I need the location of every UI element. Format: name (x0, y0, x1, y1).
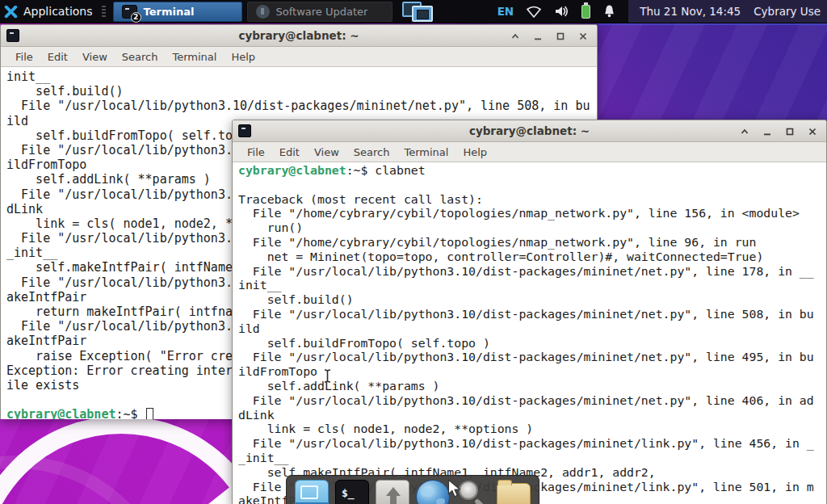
terminal-line: ild (238, 321, 826, 336)
terminal-launcher-icon[interactable]: $_ (335, 480, 369, 504)
close-button[interactable] (807, 126, 818, 137)
wifi-icon[interactable] (526, 4, 542, 19)
terminal-line: File "/home/cybrary/cybil/topologies/nma… (238, 206, 826, 220)
titlebar[interactable]: cybrary@clabnet: ~ (233, 120, 826, 142)
terminal-line: self.build() (238, 292, 826, 307)
battery-icon[interactable] (581, 5, 590, 19)
desktop: Applications 2 Terminal Software Updater… (0, 0, 827, 504)
terminal-line: Traceback (most recent call last): (238, 192, 826, 207)
folder-icon[interactable] (497, 483, 531, 504)
close-icon (808, 127, 817, 136)
user-label[interactable]: Cybrary Use (754, 5, 821, 18)
window-count-badge: 2 (131, 12, 141, 23)
text-ibeam-cursor (322, 368, 333, 387)
dashboard-icon[interactable] (295, 480, 329, 504)
minimize-icon (533, 32, 543, 41)
maximize-button[interactable] (784, 126, 796, 137)
menu-item-help[interactable]: Help (455, 144, 494, 161)
task-button-software-updater[interactable]: Software Updater (247, 2, 393, 22)
menubar: File Edit View Search Terminal Help (233, 142, 826, 162)
terminal-line: net = Mininet(topo=topo, controller=Cont… (238, 250, 826, 264)
clock[interactable]: Thu 21 Nov, 14:45 (640, 5, 741, 18)
terminal-output[interactable]: cybrary@clabnet:~$ clabnetTraceback (mos… (233, 162, 826, 504)
clock-area[interactable]: Thu 21 Nov, 14:45 Cybrary Use (628, 0, 827, 23)
terminal-window-front: cybrary@clabnet: ~ File Edit View Search… (232, 120, 827, 504)
status-tray: EN Thu 21 Nov, 1 (497, 0, 827, 23)
terminal-line: _init__ (238, 451, 826, 465)
maximize-button[interactable] (555, 31, 566, 42)
menu-item-view[interactable]: View (307, 144, 346, 161)
home-folder-icon[interactable] (376, 480, 409, 504)
terminal-line (238, 178, 826, 192)
menu-item-edit[interactable]: Edit (272, 144, 307, 161)
window-title: cybrary@clabnet: ~ (233, 124, 826, 137)
menu-item-view[interactable]: View (75, 48, 115, 65)
terminal-line: self.build() (6, 84, 597, 99)
maximize-icon (556, 32, 565, 41)
shade-icon (740, 127, 749, 136)
menu-item-file[interactable]: File (240, 144, 272, 161)
terminal-line: File "/usr/local/lib/python3.10/dist-pac… (238, 264, 826, 279)
terminal-line: self.buildFromTopo( self.topo ) (238, 336, 826, 351)
minimize-button[interactable] (762, 126, 773, 137)
maximize-icon (785, 127, 795, 136)
menu-item-edit[interactable]: Edit (40, 48, 75, 65)
workspace-pager[interactable] (401, 1, 439, 22)
minimize-icon (762, 127, 772, 136)
mouse-pointer (447, 479, 461, 501)
terminal-line: init__ (6, 69, 597, 84)
task-label: Terminal (144, 6, 195, 18)
terminal-line: link = cls( node1, node2, **options ) (238, 422, 826, 436)
terminal-line: init__ (238, 278, 826, 292)
terminal-line: File "/usr/local/lib/python3.10/dist-pac… (6, 99, 597, 113)
top-panel: Applications 2 Terminal Software Updater… (0, 0, 827, 23)
applications-label: Applications (23, 5, 93, 18)
wallpaper-highlight (598, 23, 827, 25)
terminal-window-icon: 2 (122, 5, 137, 19)
software-updater-icon (256, 5, 270, 19)
menu-item-terminal[interactable]: Terminal (397, 144, 455, 161)
terminal-line: run() (238, 220, 826, 235)
xubuntu-logo-icon (4, 5, 18, 19)
task-label: Software Updater (276, 6, 368, 18)
terminal-app-icon (6, 29, 19, 42)
applications-menu-button[interactable]: Applications (0, 0, 99, 23)
menubar: File Edit View Search Terminal Help (1, 47, 597, 67)
terminal-line: File "/home/cybrary/cybil/topologies/nma… (238, 235, 826, 250)
terminal-app-icon (238, 124, 251, 137)
terminal-line: File "/usr/local/lib/python3.10/dist-pac… (238, 436, 826, 451)
panel-drag-handle (102, 6, 106, 17)
terminal-line: File "/usr/local/lib/python3.10/dist-pac… (238, 307, 826, 321)
notifications-bell-icon[interactable] (602, 4, 616, 19)
terminal-line: dLink (238, 408, 826, 422)
pager-window-icon (412, 6, 433, 22)
shade-button[interactable] (739, 126, 750, 137)
terminal-line: File "/usr/local/lib/python3.10/dist-pac… (238, 350, 826, 364)
menu-item-terminal[interactable]: Terminal (165, 48, 224, 65)
terminal-line: cybrary@clabnet:~$ clabnet (238, 163, 826, 178)
web-browser-icon[interactable] (416, 480, 450, 504)
menu-item-search[interactable]: Search (346, 144, 397, 161)
volume-icon[interactable] (554, 4, 569, 19)
language-indicator[interactable]: EN (497, 5, 514, 18)
menu-item-file[interactable]: File (8, 48, 40, 65)
close-icon (578, 32, 588, 41)
shade-icon (510, 32, 520, 41)
window-title: cybrary@clabnet: ~ (1, 29, 597, 42)
app-finder-icon[interactable] (456, 480, 490, 504)
menu-item-help[interactable]: Help (224, 48, 262, 65)
close-button[interactable] (577, 31, 589, 42)
terminal-line: File "/usr/local/lib/python3.10/dist-pac… (238, 393, 826, 408)
task-button-terminal[interactable]: 2 Terminal (113, 2, 242, 22)
minimize-button[interactable] (532, 31, 544, 42)
menu-item-search[interactable]: Search (115, 48, 166, 65)
titlebar[interactable]: cybrary@clabnet: ~ (1, 25, 597, 47)
shade-button[interactable] (510, 31, 521, 42)
dock: $_ (286, 475, 539, 504)
